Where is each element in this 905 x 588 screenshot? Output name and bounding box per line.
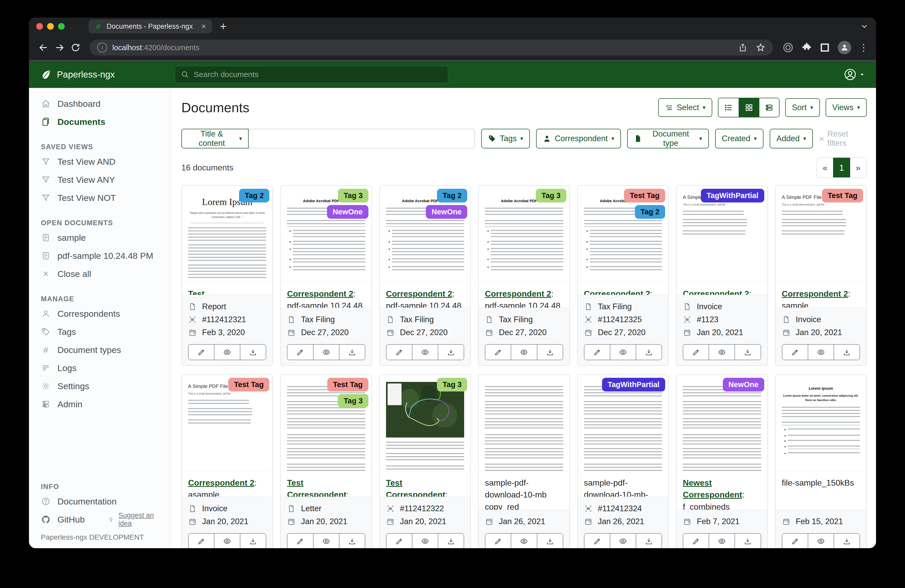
edit-button[interactable] — [782, 345, 808, 360]
user-avatar-icon[interactable] — [844, 68, 865, 81]
side-panel-icon[interactable] — [819, 43, 830, 53]
document-title-link[interactable]: f_combineds — [683, 502, 730, 510]
download-button[interactable] — [735, 534, 761, 548]
filter-field-dropdown-button[interactable]: Title & content ▾ — [181, 129, 249, 148]
select-dropdown-button[interactable]: Select ▾ — [658, 98, 712, 117]
grid-view-button[interactable] — [739, 98, 759, 117]
correspondent-link[interactable]: Test Correspondent — [188, 289, 247, 295]
added-filter-button[interactable]: Added ▾ — [770, 129, 813, 148]
edit-button[interactable] — [189, 345, 214, 360]
sidebar-item-logs[interactable]: Logs — [29, 359, 171, 377]
pagination-next-button[interactable]: » — [850, 158, 866, 178]
view-button[interactable] — [412, 345, 438, 360]
document-thumbnail[interactable]: Lorem ipsumLorem ipsum dolor sit amet, c… — [776, 375, 866, 471]
close-window-button[interactable] — [36, 23, 43, 30]
reset-filters-button[interactable]: × Reset filters — [819, 129, 867, 148]
view-button[interactable] — [709, 534, 735, 548]
document-title-link[interactable]: file-sample_150kBs — [782, 478, 854, 487]
bookmark-star-icon[interactable] — [756, 43, 765, 52]
view-button[interactable] — [214, 345, 240, 360]
list-view-button[interactable] — [718, 98, 739, 117]
download-button[interactable] — [438, 534, 464, 548]
download-button[interactable] — [240, 345, 266, 360]
edit-button[interactable] — [683, 534, 709, 548]
sidebar-item-open-doc-pdf-sample[interactable]: pdf-sample 10.24.48 PM — [29, 247, 171, 265]
sidebar-item-test-view-and[interactable]: Test View AND — [29, 152, 171, 171]
pagination-page-1[interactable]: 1 — [833, 158, 850, 178]
edit-button[interactable] — [189, 534, 214, 548]
created-filter-button[interactable]: Created ▾ — [715, 129, 764, 148]
document-thumbnail[interactable]: A Simple PDF FileThis is a small demonst… — [676, 185, 767, 282]
download-button[interactable] — [537, 345, 563, 360]
document-thumbnail[interactable]: Lorem Ipsum"Neque porro quisquam est qui… — [182, 185, 272, 282]
document-title-link[interactable]: sample-pdf-download-10-mb-longer-title — [584, 478, 648, 497]
search-input[interactable] — [193, 70, 442, 79]
download-button[interactable] — [438, 345, 464, 360]
correspondent-link[interactable]: Correspondent 2 — [683, 289, 749, 295]
suggest-idea-link[interactable]: Suggest an idea — [106, 512, 165, 528]
edit-button[interactable] — [683, 345, 709, 360]
sidebar-item-documents[interactable]: Documents — [29, 113, 171, 131]
correspondent-link[interactable]: Correspondent 2 — [386, 289, 452, 298]
global-search[interactable] — [175, 66, 448, 83]
correspondent-link[interactable]: Test Correspondent — [386, 478, 445, 497]
tag-badge[interactable]: Tag 2 — [635, 205, 665, 219]
edit-button[interactable] — [287, 534, 313, 548]
document-thumbnail[interactable]: Adobe Acrobat PDF Files Test TagTag 2 — [578, 185, 668, 282]
tag-badge[interactable]: Tag 3 — [437, 378, 467, 391]
browser-menu-kebab-icon[interactable]: ⋮ — [859, 42, 868, 53]
document-thumbnail[interactable]: A Simple PDF FileThis is a small demonst… — [182, 375, 272, 471]
app-logo[interactable]: Paperless-ngx — [40, 68, 175, 81]
correspondent-link[interactable]: Correspondent 2 — [782, 289, 848, 298]
address-bar[interactable]: i localhost :4200/documents — [89, 40, 773, 55]
sidebar-item-test-view-any[interactable]: Test View ANY — [29, 171, 171, 189]
download-button[interactable] — [636, 534, 662, 548]
download-button[interactable] — [537, 534, 563, 548]
views-dropdown-button[interactable]: Views ▾ — [826, 98, 867, 117]
download-button[interactable] — [735, 345, 761, 360]
edit-button[interactable] — [387, 345, 412, 360]
sidebar-item-tags[interactable]: Tags — [29, 323, 171, 341]
document-thumbnail[interactable]: Tag 3 — [380, 375, 470, 471]
document-thumbnail[interactable] — [479, 375, 569, 471]
sidebar-item-github[interactable]: GitHub Suggest an idea — [29, 510, 171, 529]
document-title-link[interactable]: sample-pdf-download-10-mb copy_red — [485, 478, 546, 510]
sidebar-item-open-doc-sample[interactable]: sample — [29, 228, 171, 247]
back-icon[interactable] — [37, 41, 50, 54]
site-info-icon[interactable]: i — [97, 43, 107, 52]
view-button[interactable] — [709, 345, 735, 360]
tag-badge[interactable]: Test Tag — [327, 378, 368, 391]
forward-icon[interactable] — [53, 41, 66, 54]
tag-badge[interactable]: Test Tag — [822, 189, 863, 203]
sidebar-item-test-view-not[interactable]: Test View NOT — [29, 189, 171, 207]
sort-dropdown-button[interactable]: Sort ▾ — [785, 98, 820, 117]
edit-button[interactable] — [584, 345, 610, 360]
document-title-link[interactable]: asample — [188, 490, 219, 497]
edit-button[interactable] — [782, 534, 808, 548]
tag-badge[interactable]: TagWithPartial — [602, 378, 665, 391]
download-button[interactable] — [339, 345, 365, 360]
view-button[interactable] — [808, 534, 834, 548]
detail-view-button[interactable] — [759, 98, 779, 117]
tag-badge[interactable]: Test Tag — [624, 189, 665, 203]
pagination-prev-button[interactable]: « — [817, 158, 833, 178]
reload-icon[interactable] — [69, 41, 82, 54]
filter-text-input[interactable] — [249, 129, 475, 148]
sidebar-item-settings[interactable]: Settings — [29, 377, 171, 395]
password-manager-icon[interactable] — [782, 42, 794, 53]
download-button[interactable] — [834, 534, 859, 548]
correspondent-link[interactable]: Correspondent 2 — [485, 289, 551, 298]
correspondent-link[interactable]: Newest Correspondent — [683, 478, 742, 499]
document-type-filter-button[interactable]: Document type ▾ — [627, 129, 709, 148]
view-button[interactable] — [610, 534, 636, 548]
tag-badge[interactable]: NewOne — [723, 378, 764, 391]
tab-close-icon[interactable]: × — [201, 22, 206, 30]
correspondent-link[interactable]: Test Correspondent — [287, 478, 346, 497]
edit-button[interactable] — [485, 345, 511, 360]
correspondent-filter-button[interactable]: Correspondent ▾ — [536, 129, 621, 148]
document-thumbnail[interactable]: Test TagTag 3 — [281, 375, 371, 471]
download-button[interactable] — [240, 534, 266, 548]
view-button[interactable] — [214, 534, 240, 548]
view-button[interactable] — [313, 534, 339, 548]
document-title-link[interactable]: pdf-sample 10.24.48 PM — [485, 301, 560, 308]
